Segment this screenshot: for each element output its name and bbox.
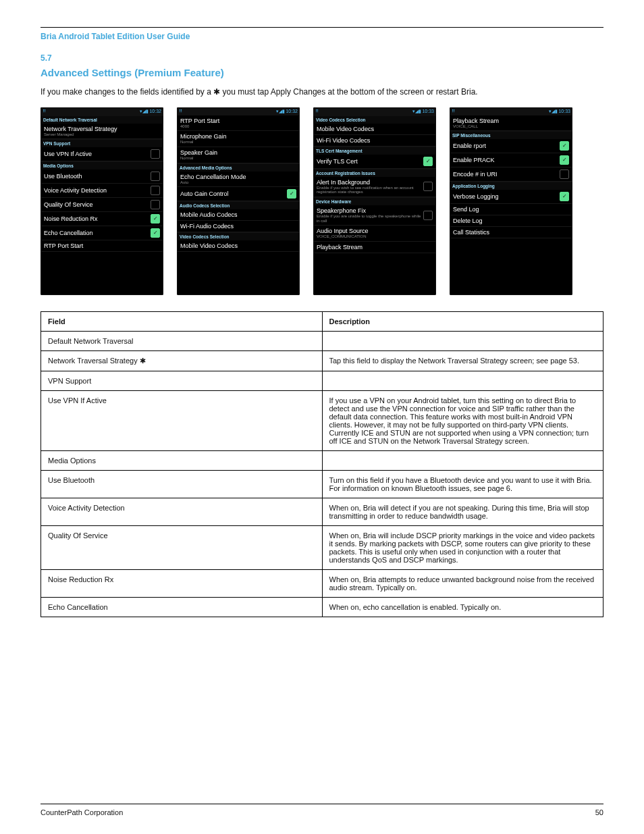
setting-row[interactable]: Playback StreamVOICE_CALL	[450, 115, 572, 132]
checkbox-icon[interactable]	[423, 182, 433, 191]
setting-sub: 4000	[180, 124, 296, 129]
setting-row[interactable]: Mobile Video Codecs	[177, 240, 300, 252]
checkbox-icon[interactable]: ✓	[560, 141, 569, 151]
setting-title: Echo Cancellation	[44, 230, 151, 236]
status-right: ▾◢▮ 10:33	[412, 109, 434, 114]
setting-title: Mobile Video Codecs	[180, 242, 296, 249]
setting-title: Playback Stream	[453, 118, 569, 124]
table-header: Description	[322, 311, 603, 331]
setting-row[interactable]: Noise Reduction Rx✓	[41, 212, 163, 226]
setting-row[interactable]: Speaker GainNormal	[177, 147, 300, 163]
table-cell: When on, Bria attempts to reduce unwante…	[322, 569, 603, 597]
category-header: Application Logging	[450, 182, 572, 190]
section-text: If you make changes to the fields identi…	[41, 86, 603, 98]
setting-row[interactable]: Verify TLS Cert✓	[313, 155, 436, 169]
status-bar: ⠿▾◢▮ 10:32	[41, 107, 163, 115]
setting-row[interactable]: Delete Log	[450, 215, 572, 227]
status-bar: ⠿▾◢▮ 10:32	[177, 107, 300, 115]
setting-row[interactable]: Verbose Logging✓	[450, 190, 572, 204]
setting-title: Speaker Gain	[180, 149, 296, 156]
table-cell: Default Network Traversal	[41, 331, 323, 350]
checkbox-icon[interactable]	[423, 211, 433, 220]
category-header: TLS Cert Management	[313, 147, 436, 155]
table-cell: Tap this field to display the Network Tr…	[322, 350, 603, 371]
setting-title: Network Traversal Strategy	[44, 126, 160, 132]
setting-title: Auto Gain Control	[180, 190, 287, 197]
checkbox-icon[interactable]: ✓	[151, 214, 160, 224]
setting-row[interactable]: Encode # in URI	[450, 167, 572, 182]
setting-row[interactable]: Enable rport✓	[450, 139, 572, 153]
setting-title: Delete Log	[453, 217, 569, 224]
setting-title: Speakerphone Fix	[317, 207, 423, 214]
checkbox-icon[interactable]	[151, 200, 160, 209]
setting-row[interactable]: Echo Cancellation ModeAuto	[177, 172, 300, 188]
setting-row[interactable]: Microphone GainNormal	[177, 131, 300, 147]
category-header: Device Hardware	[313, 197, 436, 205]
setting-title: Use VPN If Active	[44, 151, 151, 157]
table-cell: Use VPN If Active	[41, 390, 323, 450]
setting-sub: Auto	[180, 180, 296, 185]
setting-row[interactable]: RTP Port Start4000	[177, 115, 300, 132]
setting-row[interactable]: Use Bluetooth	[41, 170, 163, 184]
table-cell: Noise Reduction Rx	[41, 569, 323, 597]
table-cell: When on, Bria will detect if you are not…	[322, 498, 603, 525]
setting-row[interactable]: Alert In BackgroundEnable if you wish to…	[313, 177, 436, 197]
setting-row[interactable]: Audio Input SourceVOICE_COMMUNICATION	[313, 226, 436, 242]
setting-title: Playback Stream	[317, 244, 433, 251]
table-cell: When on, Bria will include DSCP priority…	[322, 525, 603, 569]
setting-row[interactable]: Voice Activity Detection	[41, 184, 163, 198]
status-left: ⠿	[452, 109, 455, 114]
table-cell: Echo Cancellation	[41, 597, 323, 617]
setting-row[interactable]: RTP Port Start	[41, 240, 163, 252]
setting-row[interactable]: Call Statistics	[450, 227, 572, 238]
status-right: ▾◢▮ 10:32	[140, 109, 161, 114]
setting-row[interactable]: Quality Of Service	[41, 198, 163, 212]
category-header: SIP Miscellaneous	[450, 131, 572, 139]
setting-row[interactable]: Playback Stream	[313, 242, 436, 253]
setting-title: Noise Reduction Rx	[44, 215, 151, 222]
setting-row[interactable]: Wi-Fi Audio Codecs	[177, 221, 300, 232]
setting-title: Enable PRACK	[453, 157, 560, 163]
setting-row[interactable]: Mobile Audio Codecs	[177, 209, 300, 221]
table-cell: Network Traversal Strategy ✱	[41, 350, 323, 371]
category-header: Advanced Media Options	[177, 163, 300, 172]
setting-title: Encode # in URI	[453, 171, 560, 178]
setting-row[interactable]: Use VPN If Active	[41, 147, 163, 161]
settings-table: FieldDescription Default Network Travers…	[41, 311, 603, 617]
checkbox-icon[interactable]: ✓	[151, 228, 160, 238]
checkbox-icon[interactable]	[151, 149, 160, 159]
table-cell	[322, 331, 603, 350]
setting-title: Enable rport	[453, 142, 560, 149]
setting-title: Verbose Logging	[453, 193, 560, 200]
category-header: VPN Support	[41, 139, 163, 147]
setting-row[interactable]: Network Traversal StrategyServer Managed	[41, 124, 163, 140]
setting-row[interactable]: Speakerphone FixEnable if you are unable…	[313, 205, 436, 226]
setting-title: Alert In Background	[317, 179, 423, 186]
setting-row[interactable]: Wi-Fi Video Codecs	[313, 135, 436, 147]
section-title: Advanced Settings (Premium Feature)	[41, 67, 603, 78]
page-header: Bria Android Tablet Edition User Guide	[41, 32, 603, 41]
setting-title: Wi-Fi Video Codecs	[317, 137, 433, 144]
checkbox-icon[interactable]	[151, 172, 160, 181]
checkbox-icon[interactable]: ✓	[423, 157, 433, 166]
setting-title: Send Log	[453, 206, 569, 213]
setting-row[interactable]: Enable PRACK✓	[450, 153, 572, 167]
setting-row[interactable]: Echo Cancellation✓	[41, 226, 163, 240]
table-cell: VPN Support	[41, 371, 323, 390]
setting-title: Mobile Audio Codecs	[180, 211, 296, 218]
checkbox-icon[interactable]	[151, 186, 160, 195]
setting-row[interactable]: Mobile Video Codecs	[313, 124, 436, 135]
screenshot-3: ⠿▾◢▮ 10:33 Video Codecs Selection Mobile…	[313, 107, 436, 295]
table-cell: Quality Of Service	[41, 525, 323, 569]
table-cell	[322, 450, 603, 470]
setting-title: Mobile Video Codecs	[317, 126, 433, 132]
checkbox-icon[interactable]: ✓	[287, 189, 296, 199]
status-left: ⠿	[43, 109, 46, 114]
checkbox-icon[interactable]: ✓	[560, 192, 569, 201]
setting-row[interactable]: Auto Gain Control✓	[177, 187, 300, 201]
checkbox-icon[interactable]	[560, 170, 569, 179]
setting-title: Verify TLS Cert	[317, 158, 423, 165]
setting-row[interactable]: Send Log	[450, 204, 572, 215]
checkbox-icon[interactable]: ✓	[560, 155, 569, 165]
setting-sub: Enable if you are unable to toggle the s…	[317, 214, 423, 223]
